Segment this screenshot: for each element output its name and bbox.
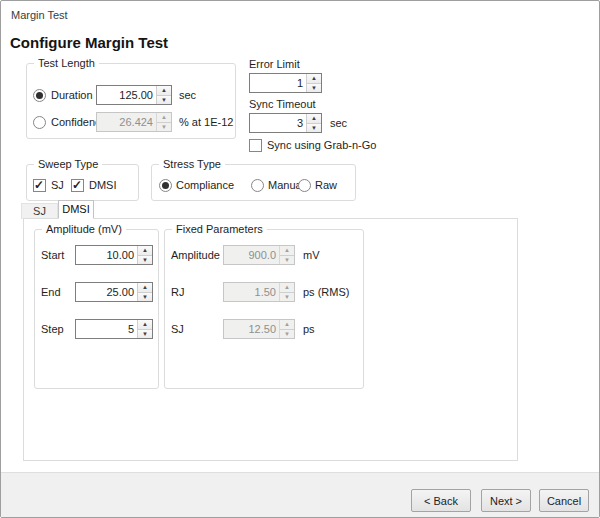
error-limit-value[interactable]: 1 [250,74,306,92]
end-input[interactable]: 25.00 ▲ ▼ [75,282,153,302]
start-spinner[interactable]: ▲ ▼ [137,246,152,264]
sync-timeout-value[interactable]: 3 [250,114,306,132]
spinner-down-icon: ▼ [280,329,294,339]
spinner-up-icon[interactable]: ▲ [157,86,171,95]
rj-value: 1.50 [224,283,279,301]
margin-test-dialog: Margin Test Configure Margin Test Test L… [0,0,600,518]
spinner-down-icon[interactable]: ▼ [138,255,152,265]
spinner-up-icon[interactable]: ▲ [138,320,152,329]
start-input[interactable]: 10.00 ▲ ▼ [75,245,153,265]
tab-sj[interactable]: SJ [21,203,58,219]
spinner-down-icon[interactable]: ▼ [138,329,152,339]
spinner-down-icon[interactable]: ▼ [138,292,152,302]
step-input[interactable]: 5 ▲ ▼ [75,319,153,339]
end-label: End [41,286,61,299]
spinner-up-icon: ▲ [280,246,294,255]
stress-type-legend: Stress Type [159,157,225,171]
spinner-up-icon[interactable]: ▲ [138,283,152,292]
fixed-sj-input: 12.50 ▲ ▼ [223,319,295,339]
page-title: Configure Margin Test [10,34,168,51]
sync-timeout-unit-label: sec [330,117,347,130]
fixed-sj-value: 12.50 [224,320,279,338]
raw-radio[interactable] [298,179,311,192]
confidence-unit-label: % at 1E-12 [179,116,233,129]
raw-radio-label[interactable]: Raw [315,179,337,192]
tab-dmsi[interactable]: DMSI [58,200,94,219]
compliance-radio[interactable] [159,179,172,192]
fixed-parameters-legend: Fixed Parameters [172,222,267,236]
duration-spinner[interactable]: ▲ ▼ [156,86,171,104]
confidence-spinner: ▲ ▼ [156,113,171,131]
rj-label: RJ [171,286,184,299]
rj-unit-label: ps (RMS) [303,286,349,299]
sync-grab-n-go-checkbox[interactable] [249,139,262,152]
next-button[interactable]: Next > [481,489,531,512]
end-spinner[interactable]: ▲ ▼ [137,283,152,301]
duration-radio-label[interactable]: Duration [51,89,93,102]
dmsi-checkbox-label[interactable]: DMSI [89,179,117,192]
fixed-amplitude-spinner: ▲ ▼ [279,246,294,264]
sj-checkbox[interactable] [33,179,46,192]
step-value[interactable]: 5 [76,320,137,338]
sync-timeout-label: Sync Timeout [249,98,316,111]
error-limit-spinner[interactable]: ▲ ▼ [306,74,321,92]
spinner-down-icon: ▼ [280,292,294,302]
fixed-amplitude-unit-label: mV [303,249,320,262]
back-button[interactable]: < Back [411,489,471,512]
dmsi-checkbox[interactable] [71,179,84,192]
confidence-input: 26.424 ▲ ▼ [96,112,172,132]
compliance-radio-label[interactable]: Compliance [176,179,234,192]
step-spinner[interactable]: ▲ ▼ [137,320,152,338]
rj-spinner: ▲ ▼ [279,283,294,301]
spinner-down-icon: ▼ [157,122,171,132]
step-label: Step [41,323,64,336]
spinner-down-icon[interactable]: ▼ [307,83,321,93]
spinner-up-icon[interactable]: ▲ [307,74,321,83]
sync-timeout-input[interactable]: 3 ▲ ▼ [249,113,322,133]
spinner-down-icon: ▼ [280,255,294,265]
sync-grab-n-go-label[interactable]: Sync using Grab-n-Go [267,139,376,152]
cancel-button[interactable]: Cancel [539,489,589,512]
error-limit-label: Error Limit [249,58,300,71]
spinner-down-icon[interactable]: ▼ [307,123,321,133]
spinner-up-icon[interactable]: ▲ [138,246,152,255]
error-limit-input[interactable]: 1 ▲ ▼ [249,73,322,93]
end-value[interactable]: 25.00 [76,283,137,301]
fixed-sj-spinner: ▲ ▼ [279,320,294,338]
amplitude-legend: Amplitude (mV) [42,222,126,236]
spinner-down-icon[interactable]: ▼ [157,95,171,105]
sj-checkbox-label[interactable]: SJ [51,179,64,192]
window-title: Margin Test [11,9,68,22]
duration-unit-label: sec [179,89,196,102]
fixed-sj-label: SJ [171,323,184,336]
footer-bar: < Back Next > Cancel [1,472,599,517]
fixed-amplitude-label: Amplitude [171,249,220,262]
sweep-type-legend: Sweep Type [34,157,102,171]
manual-radio[interactable] [251,179,264,192]
fixed-amplitude-input: 900.0 ▲ ▼ [223,245,295,265]
confidence-radio[interactable] [33,116,46,129]
fixed-amplitude-value: 900.0 [224,246,279,264]
spinner-up-icon[interactable]: ▲ [307,114,321,123]
fixed-sj-unit-label: ps [303,323,315,336]
spinner-up-icon: ▲ [157,113,171,122]
sync-timeout-spinner[interactable]: ▲ ▼ [306,114,321,132]
test-length-legend: Test Length [34,56,99,70]
rj-input: 1.50 ▲ ▼ [223,282,295,302]
duration-input[interactable]: 125.00 ▲ ▼ [96,85,172,105]
start-value[interactable]: 10.00 [76,246,137,264]
spinner-up-icon: ▲ [280,320,294,329]
confidence-value: 26.424 [97,113,156,131]
duration-value[interactable]: 125.00 [97,86,156,104]
duration-radio[interactable] [33,89,46,102]
start-label: Start [41,249,64,262]
spinner-up-icon: ▲ [280,283,294,292]
